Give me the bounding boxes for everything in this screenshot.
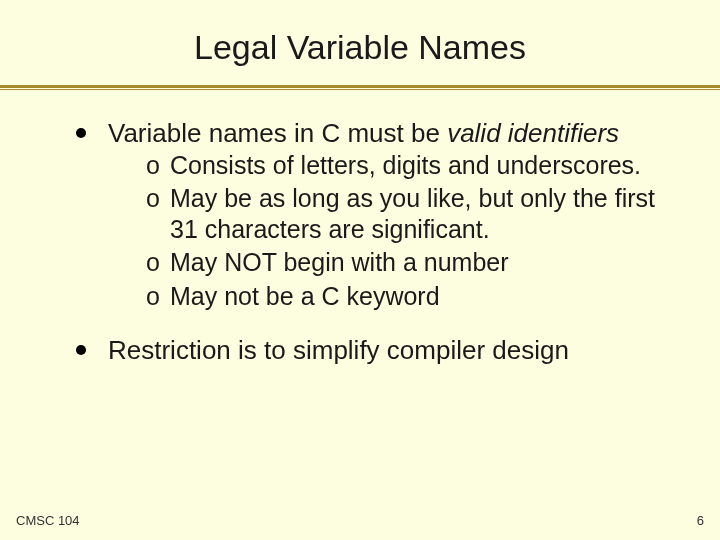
sub-bullet-marker: o bbox=[146, 150, 160, 181]
list-item-text: Variable names in C must be bbox=[108, 118, 447, 148]
slide-content: Variable names in C must be valid identi… bbox=[0, 91, 720, 366]
divider bbox=[0, 85, 720, 91]
list-item-italic: valid identifiers bbox=[447, 118, 619, 148]
slide-title: Legal Variable Names bbox=[0, 0, 720, 85]
list-item: o Consists of letters, digits and unders… bbox=[146, 150, 674, 181]
footer-left: CMSC 104 bbox=[16, 513, 80, 528]
list-item-text: May NOT begin with a number bbox=[170, 248, 509, 276]
sub-bullet-marker: o bbox=[146, 247, 160, 278]
sub-bullet-marker: o bbox=[146, 183, 160, 214]
list-item: o May not be a C keyword bbox=[146, 281, 674, 312]
list-item-text: May not be a C keyword bbox=[170, 282, 440, 310]
list-item-text: Consists of letters, digits and undersco… bbox=[170, 151, 641, 179]
sub-list: o Consists of letters, digits and unders… bbox=[146, 150, 674, 312]
list-item: o May be as long as you like, but only t… bbox=[146, 183, 674, 246]
bullet-icon bbox=[76, 345, 86, 355]
list-item: Variable names in C must be valid identi… bbox=[70, 117, 674, 312]
list-item-text: Restriction is to simplify compiler desi… bbox=[108, 335, 569, 365]
list-item-text: May be as long as you like, but only the… bbox=[170, 184, 655, 243]
list-item: o May NOT begin with a number bbox=[146, 247, 674, 278]
list-item: Restriction is to simplify compiler desi… bbox=[70, 334, 674, 367]
slide: Legal Variable Names Variable names in C… bbox=[0, 0, 720, 540]
bullet-list: Variable names in C must be valid identi… bbox=[70, 117, 674, 366]
sub-bullet-marker: o bbox=[146, 281, 160, 312]
page-number: 6 bbox=[697, 513, 704, 528]
bullet-icon bbox=[76, 128, 86, 138]
